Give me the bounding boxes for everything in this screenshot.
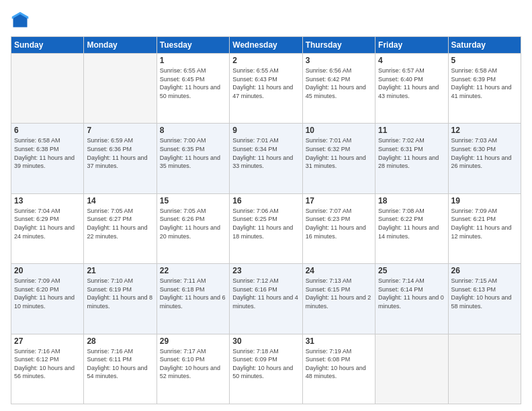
sun-info: Sunrise: 7:17 AMSunset: 6:10 PMDaylight:… bbox=[160, 348, 220, 380]
day-number: 22 bbox=[160, 266, 226, 275]
calendar-cell bbox=[84, 54, 157, 124]
day-number: 13 bbox=[14, 196, 81, 205]
sun-info: Sunrise: 7:09 AMSunset: 6:20 PMDaylight:… bbox=[14, 277, 75, 310]
day-number: 8 bbox=[160, 126, 226, 135]
day-number: 1 bbox=[160, 56, 226, 65]
calendar-cell: 16Sunrise: 7:06 AMSunset: 6:25 PMDayligh… bbox=[230, 193, 302, 263]
calendar-cell: 29Sunrise: 7:17 AMSunset: 6:10 PMDayligh… bbox=[157, 334, 229, 404]
calendar-cell: 9Sunrise: 7:01 AMSunset: 6:34 PMDaylight… bbox=[230, 124, 302, 193]
calendar-header-saturday: Saturday bbox=[448, 37, 521, 54]
calendar-cell: 10Sunrise: 7:01 AMSunset: 6:32 PMDayligh… bbox=[302, 124, 375, 193]
calendar-cell: 26Sunrise: 7:15 AMSunset: 6:13 PMDayligh… bbox=[448, 264, 521, 334]
logo-icon bbox=[11, 11, 30, 30]
calendar-cell: 3Sunrise: 6:56 AMSunset: 6:42 PMDaylight… bbox=[302, 54, 375, 124]
sun-info: Sunrise: 7:08 AMSunset: 6:22 PMDaylight:… bbox=[378, 208, 439, 240]
sun-info: Sunrise: 6:56 AMSunset: 6:42 PMDaylight:… bbox=[306, 67, 366, 99]
calendar-cell bbox=[11, 54, 84, 124]
calendar-cell: 22Sunrise: 7:11 AMSunset: 6:18 PMDayligh… bbox=[157, 264, 229, 334]
day-number: 11 bbox=[378, 126, 445, 135]
day-number: 3 bbox=[306, 56, 372, 65]
calendar-cell: 18Sunrise: 7:08 AMSunset: 6:22 PMDayligh… bbox=[375, 193, 448, 263]
header bbox=[11, 11, 521, 30]
day-number: 6 bbox=[14, 126, 81, 135]
day-number: 9 bbox=[232, 126, 299, 135]
day-number: 25 bbox=[378, 266, 445, 275]
day-number: 18 bbox=[378, 196, 445, 205]
day-number: 23 bbox=[232, 266, 299, 275]
day-number: 30 bbox=[232, 336, 299, 346]
day-number: 24 bbox=[306, 266, 372, 275]
sun-info: Sunrise: 7:12 AMSunset: 6:16 PMDaylight:… bbox=[232, 277, 298, 310]
day-number: 5 bbox=[451, 56, 518, 65]
day-number: 27 bbox=[14, 336, 81, 346]
calendar-cell bbox=[375, 334, 448, 404]
calendar-cell: 8Sunrise: 7:00 AMSunset: 6:35 PMDaylight… bbox=[157, 124, 229, 193]
calendar-week-row: 27Sunrise: 7:16 AMSunset: 6:12 PMDayligh… bbox=[11, 334, 521, 404]
calendar-cell: 19Sunrise: 7:09 AMSunset: 6:21 PMDayligh… bbox=[448, 193, 521, 263]
sun-info: Sunrise: 7:02 AMSunset: 6:31 PMDaylight:… bbox=[378, 137, 439, 169]
day-number: 17 bbox=[306, 196, 372, 205]
sun-info: Sunrise: 7:16 AMSunset: 6:12 PMDaylight:… bbox=[14, 348, 75, 380]
calendar-cell: 11Sunrise: 7:02 AMSunset: 6:31 PMDayligh… bbox=[375, 124, 448, 193]
sun-info: Sunrise: 6:57 AMSunset: 6:40 PMDaylight:… bbox=[378, 67, 439, 99]
sun-info: Sunrise: 7:04 AMSunset: 6:29 PMDaylight:… bbox=[14, 208, 75, 240]
calendar-header-wednesday: Wednesday bbox=[230, 37, 302, 54]
day-number: 14 bbox=[87, 196, 153, 205]
calendar-week-row: 20Sunrise: 7:09 AMSunset: 6:20 PMDayligh… bbox=[11, 264, 521, 334]
calendar-cell: 17Sunrise: 7:07 AMSunset: 6:23 PMDayligh… bbox=[302, 193, 375, 263]
calendar-cell bbox=[448, 334, 521, 404]
calendar-header-tuesday: Tuesday bbox=[157, 37, 229, 54]
sun-info: Sunrise: 7:05 AMSunset: 6:26 PMDaylight:… bbox=[160, 208, 220, 240]
sun-info: Sunrise: 7:13 AMSunset: 6:15 PMDaylight:… bbox=[306, 277, 371, 310]
day-number: 4 bbox=[378, 56, 445, 65]
calendar-cell: 23Sunrise: 7:12 AMSunset: 6:16 PMDayligh… bbox=[230, 264, 302, 334]
day-number: 26 bbox=[451, 266, 518, 275]
calendar-cell: 28Sunrise: 7:16 AMSunset: 6:11 PMDayligh… bbox=[84, 334, 157, 404]
calendar-header-thursday: Thursday bbox=[302, 37, 375, 54]
sun-info: Sunrise: 6:55 AMSunset: 6:43 PMDaylight:… bbox=[232, 67, 293, 99]
day-number: 2 bbox=[232, 56, 299, 65]
calendar-cell: 31Sunrise: 7:19 AMSunset: 6:08 PMDayligh… bbox=[302, 334, 375, 404]
day-number: 16 bbox=[232, 196, 299, 205]
sun-info: Sunrise: 7:01 AMSunset: 6:32 PMDaylight:… bbox=[306, 137, 366, 169]
sun-info: Sunrise: 7:10 AMSunset: 6:19 PMDaylight:… bbox=[87, 277, 152, 310]
sun-info: Sunrise: 7:18 AMSunset: 6:09 PMDaylight:… bbox=[232, 348, 293, 380]
sun-info: Sunrise: 7:09 AMSunset: 6:21 PMDaylight:… bbox=[451, 208, 512, 240]
sun-info: Sunrise: 7:06 AMSunset: 6:25 PMDaylight:… bbox=[232, 208, 293, 240]
calendar-header-friday: Friday bbox=[375, 37, 448, 54]
calendar-cell: 5Sunrise: 6:58 AMSunset: 6:39 PMDaylight… bbox=[448, 54, 521, 124]
calendar-header-row: SundayMondayTuesdayWednesdayThursdayFrid… bbox=[11, 37, 521, 54]
calendar-table: SundayMondayTuesdayWednesdayThursdayFrid… bbox=[11, 36, 521, 404]
calendar-cell: 12Sunrise: 7:03 AMSunset: 6:30 PMDayligh… bbox=[448, 124, 521, 193]
calendar-cell: 4Sunrise: 6:57 AMSunset: 6:40 PMDaylight… bbox=[375, 54, 448, 124]
day-number: 12 bbox=[451, 126, 518, 135]
page: SundayMondayTuesdayWednesdayThursdayFrid… bbox=[0, 0, 532, 411]
calendar-cell: 27Sunrise: 7:16 AMSunset: 6:12 PMDayligh… bbox=[11, 334, 84, 404]
day-number: 31 bbox=[306, 336, 372, 346]
sun-info: Sunrise: 7:00 AMSunset: 6:35 PMDaylight:… bbox=[160, 137, 220, 169]
sun-info: Sunrise: 7:07 AMSunset: 6:23 PMDaylight:… bbox=[306, 208, 366, 240]
sun-info: Sunrise: 7:03 AMSunset: 6:30 PMDaylight:… bbox=[451, 137, 512, 169]
sun-info: Sunrise: 7:16 AMSunset: 6:11 PMDaylight:… bbox=[87, 348, 147, 380]
day-number: 29 bbox=[160, 336, 226, 346]
day-number: 21 bbox=[87, 266, 153, 275]
calendar-cell: 21Sunrise: 7:10 AMSunset: 6:19 PMDayligh… bbox=[84, 264, 157, 334]
calendar-cell: 15Sunrise: 7:05 AMSunset: 6:26 PMDayligh… bbox=[157, 193, 229, 263]
calendar-header-monday: Monday bbox=[84, 37, 157, 54]
calendar-cell: 30Sunrise: 7:18 AMSunset: 6:09 PMDayligh… bbox=[230, 334, 302, 404]
calendar-cell: 6Sunrise: 6:58 AMSunset: 6:38 PMDaylight… bbox=[11, 124, 84, 193]
calendar-week-row: 6Sunrise: 6:58 AMSunset: 6:38 PMDaylight… bbox=[11, 124, 521, 193]
sun-info: Sunrise: 7:19 AMSunset: 6:08 PMDaylight:… bbox=[306, 348, 366, 380]
calendar-cell: 14Sunrise: 7:05 AMSunset: 6:27 PMDayligh… bbox=[84, 193, 157, 263]
sun-info: Sunrise: 7:05 AMSunset: 6:27 PMDaylight:… bbox=[87, 208, 147, 240]
calendar-cell: 2Sunrise: 6:55 AMSunset: 6:43 PMDaylight… bbox=[230, 54, 302, 124]
calendar-week-row: 1Sunrise: 6:55 AMSunset: 6:45 PMDaylight… bbox=[11, 54, 521, 124]
calendar-cell: 13Sunrise: 7:04 AMSunset: 6:29 PMDayligh… bbox=[11, 193, 84, 263]
day-number: 19 bbox=[451, 196, 518, 205]
sun-info: Sunrise: 7:11 AMSunset: 6:18 PMDaylight:… bbox=[160, 277, 226, 310]
sun-info: Sunrise: 6:58 AMSunset: 6:38 PMDaylight:… bbox=[14, 137, 75, 169]
day-number: 20 bbox=[14, 266, 81, 275]
calendar-week-row: 13Sunrise: 7:04 AMSunset: 6:29 PMDayligh… bbox=[11, 193, 521, 263]
day-number: 7 bbox=[87, 126, 153, 135]
sun-info: Sunrise: 7:01 AMSunset: 6:34 PMDaylight:… bbox=[232, 137, 293, 169]
